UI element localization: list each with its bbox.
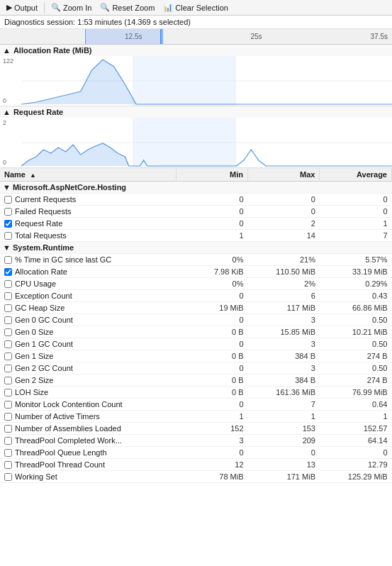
- row-name-cell: Gen 2 GC Count: [0, 362, 176, 374]
- row-avg-value: 33.19 MiB: [320, 266, 392, 278]
- row-name-cell: Gen 1 GC Count: [0, 338, 176, 350]
- row-metric-name: Gen 0 Size: [15, 328, 53, 336]
- row-avg-value: 0.50: [320, 338, 392, 350]
- table-row: Number of Assemblies Loaded 152 153 152.…: [0, 423, 392, 435]
- row-checkbox[interactable]: [4, 268, 12, 276]
- row-checkbox[interactable]: [4, 196, 12, 204]
- table-row: Request Rate 0 2 1: [0, 218, 392, 230]
- allocation-rate-header[interactable]: ▲ Allocation Rate (MiB): [0, 45, 392, 56]
- col-header-max: Max: [248, 168, 320, 182]
- row-name-cell: Number of Active Timers: [0, 411, 176, 423]
- row-metric-name: ThreadPool Queue Length: [15, 448, 107, 457]
- row-avg-value: 5.57%: [320, 254, 392, 266]
- row-checkbox[interactable]: [4, 208, 12, 216]
- col-header-average: Average: [320, 168, 392, 182]
- row-checkbox[interactable]: [4, 425, 12, 433]
- allocation-rate-y-min: 0: [3, 97, 13, 104]
- row-checkbox[interactable]: [4, 256, 12, 264]
- table-row: Gen 1 Size 0 B 384 B 274 B: [0, 350, 392, 362]
- row-min-value: 0: [176, 314, 247, 326]
- request-rate-header[interactable]: ▲ Request Rate: [0, 106, 392, 118]
- group-row[interactable]: ▼ System.Runtime: [0, 242, 392, 254]
- table-row: ThreadPool Thread Count 12 13 12.79: [0, 459, 392, 471]
- row-checkbox[interactable]: [4, 328, 12, 336]
- row-checkbox[interactable]: [4, 377, 12, 384]
- row-name-cell: Request Rate: [0, 218, 176, 230]
- row-min-value: 0 B: [176, 350, 247, 362]
- row-checkbox[interactable]: [4, 449, 12, 457]
- table-row: Failed Requests 0 0 0: [0, 206, 392, 218]
- group-row[interactable]: ▼ Microsoft.AspNetCore.Hosting: [0, 182, 392, 194]
- request-rate-title: Request Rate: [13, 108, 63, 116]
- table-row: Total Requests 1 14 7: [0, 230, 392, 242]
- row-max-value: 0: [248, 447, 320, 459]
- row-checkbox[interactable]: [4, 220, 12, 228]
- row-max-value: 7: [248, 399, 320, 411]
- row-metric-name: Current Requests: [15, 195, 76, 204]
- row-max-value: 0: [248, 194, 320, 206]
- col-header-min: Min: [176, 168, 247, 182]
- row-min-value: 0: [176, 447, 247, 459]
- output-button[interactable]: ▶ Output: [3, 1, 41, 15]
- row-max-value: 2%: [248, 278, 320, 290]
- table-row: Exception Count 0 6 0.43: [0, 290, 392, 302]
- row-avg-value: 64.14: [320, 435, 392, 447]
- group-name: Microsoft.AspNetCore.Hosting: [13, 183, 126, 192]
- row-checkbox[interactable]: [4, 353, 12, 360]
- row-max-value: 171 MiB: [248, 471, 320, 483]
- row-max-value: 384 B: [248, 350, 320, 362]
- row-min-value: 1: [176, 230, 247, 242]
- row-checkbox[interactable]: [4, 340, 12, 348]
- timeline-label-2: 37.5s: [371, 33, 388, 40]
- row-avg-value: 10.21 MiB: [320, 326, 392, 338]
- row-checkbox[interactable]: [4, 232, 12, 240]
- row-checkbox[interactable]: [4, 413, 12, 421]
- row-metric-name: Exception Count: [15, 292, 72, 300]
- row-min-value: 0: [176, 399, 247, 411]
- row-checkbox[interactable]: [4, 401, 12, 409]
- row-min-value: 0: [176, 338, 247, 350]
- session-text: Diagnostics session: 1:53 minutes (14.36…: [4, 18, 191, 26]
- table-row: LOH Size 0 B 161.36 MiB 76.99 MiB: [0, 387, 392, 399]
- row-avg-value: 125.29 MiB: [320, 471, 392, 483]
- group-collapse-icon: ▼: [3, 183, 13, 192]
- table-row: Monitor Lock Contention Count 0 7 0.64: [0, 399, 392, 411]
- group-name-cell: ▼ Microsoft.AspNetCore.Hosting: [0, 182, 392, 194]
- row-min-value: 152: [176, 423, 247, 435]
- row-metric-name: Total Requests: [15, 231, 67, 240]
- row-checkbox[interactable]: [4, 292, 12, 300]
- row-max-value: 1: [248, 411, 320, 423]
- row-checkbox[interactable]: [4, 437, 12, 445]
- row-checkbox[interactable]: [4, 304, 12, 312]
- reset-zoom-button[interactable]: 🔍 Reset Zoom: [96, 1, 158, 15]
- request-rate-y-min: 0: [3, 159, 6, 166]
- row-checkbox[interactable]: [4, 365, 12, 372]
- row-checkbox[interactable]: [4, 389, 12, 396]
- row-metric-name: ThreadPool Thread Count: [15, 460, 105, 469]
- row-max-value: 21%: [248, 254, 320, 266]
- table-row: Current Requests 0 0 0: [0, 194, 392, 206]
- col-header-name[interactable]: Name ▲: [0, 168, 176, 182]
- row-avg-value: 12.79: [320, 459, 392, 471]
- allocation-rate-chart: 122 0: [0, 56, 392, 106]
- row-min-value: 0 B: [176, 374, 247, 387]
- zoom-in-button[interactable]: 🔍 Zoom In: [47, 1, 95, 15]
- row-min-value: 1: [176, 411, 247, 423]
- row-metric-name: GC Heap Size: [15, 304, 65, 312]
- clear-selection-label: Clear Selection: [175, 4, 228, 12]
- row-metric-name: Monitor Lock Contention Count: [15, 400, 123, 409]
- row-metric-name: CPU Usage: [15, 279, 56, 288]
- row-checkbox[interactable]: [4, 473, 12, 481]
- table-row: ThreadPool Queue Length 0 0 0: [0, 447, 392, 459]
- timeline[interactable]: 12.5s 25s 37.5s: [0, 29, 392, 45]
- row-checkbox[interactable]: [4, 461, 12, 469]
- row-name-cell: Gen 1 Size: [0, 350, 176, 362]
- row-name-cell: ThreadPool Completed Work...: [0, 435, 176, 447]
- group-name: System.Runtime: [13, 243, 74, 252]
- row-min-value: 0: [176, 218, 247, 230]
- clear-selection-button[interactable]: 📊 Clear Selection: [159, 1, 232, 15]
- row-avg-value: 76.99 MiB: [320, 387, 392, 399]
- row-checkbox[interactable]: [4, 316, 12, 324]
- row-name-cell: ThreadPool Thread Count: [0, 459, 176, 471]
- row-checkbox[interactable]: [4, 280, 12, 288]
